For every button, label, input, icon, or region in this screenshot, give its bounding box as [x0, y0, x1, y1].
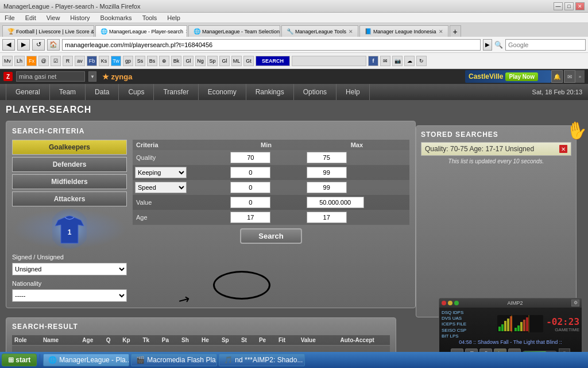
more-button[interactable]: »	[575, 70, 585, 83]
tab-team-selection[interactable]: 🌐 ManagerLeague - Team Selection ✕	[188, 25, 280, 37]
nav-options[interactable]: Options	[294, 84, 336, 100]
tab-player-search[interactable]: 🌐 ManagerLeague - Player-search ✕	[95, 25, 187, 37]
stored-item-label: Quality: 70-75 Age: 17-17 Unsigned	[425, 145, 534, 153]
speed-skill-select[interactable]: Speed Stamina	[135, 182, 187, 193]
toolbar-search-btn[interactable]: SEARCH	[256, 56, 290, 66]
menu-file[interactable]: File	[2, 14, 17, 21]
aimp-close-dot[interactable]	[442, 301, 446, 305]
toolbar-cloud-icon[interactable]: ☁	[404, 56, 415, 66]
forward-button[interactable]: ▶	[17, 39, 30, 51]
toolbar-icon-bs[interactable]: Bs	[147, 56, 157, 66]
toolbar-icon-ks[interactable]: Ks	[99, 56, 109, 66]
browser-window-controls[interactable]: — □ ✕	[554, 2, 585, 10]
notification-bell-icon[interactable]: 🔔	[551, 70, 563, 83]
toolbar-icon-gp[interactable]: gp	[123, 56, 133, 66]
goalkeepers-button[interactable]: Goalkeepers	[12, 140, 127, 155]
keeping-skill-select[interactable]: Keeping Tackling Passing	[135, 167, 187, 178]
castleville-play-button[interactable]: Play Now	[505, 72, 537, 81]
tab-indonesia[interactable]: 📘 Manager League Indonesia ✕	[359, 25, 448, 37]
keeping-min-input[interactable]	[230, 167, 270, 178]
menu-help[interactable]: Help	[165, 14, 183, 21]
list-item[interactable]: Quality: 70-75 Age: 17-17 Unsigned ✕	[421, 142, 571, 156]
browser-search-input[interactable]	[505, 39, 586, 51]
toolbar-icon-task[interactable]: ☑	[51, 56, 61, 66]
age-min-input[interactable]	[230, 212, 270, 223]
keeping-max-input[interactable]	[307, 167, 347, 178]
value-min-input[interactable]	[230, 197, 270, 208]
speed-min-input[interactable]	[230, 182, 270, 193]
toolbar-mail-icon[interactable]: ✉	[380, 56, 390, 66]
nav-cups[interactable]: Cups	[119, 84, 154, 100]
toolbar-icon-fx[interactable]: Fx	[26, 56, 37, 66]
start-button[interactable]: ⊞ start	[2, 354, 37, 366]
stored-item-close-button[interactable]: ✕	[559, 145, 567, 153]
toolbar-camera-icon[interactable]: 📷	[392, 56, 403, 66]
tab-football[interactable]: 🏆 Football | Livescore | Live Score & Ma…	[2, 25, 94, 37]
reload-button[interactable]: ↺	[32, 39, 45, 51]
value-max-input[interactable]	[307, 197, 364, 208]
nav-general[interactable]: General	[6, 84, 50, 100]
nav-rankings[interactable]: Rankings	[246, 84, 294, 100]
defenders-button[interactable]: Defenders	[12, 157, 127, 172]
toolbar-icon-dots[interactable]: ⊕	[159, 56, 169, 66]
nav-team[interactable]: Team	[50, 84, 86, 100]
toolbar-icon-sp[interactable]: Sp	[207, 56, 218, 66]
close-button[interactable]: ✕	[575, 2, 585, 10]
toolbar-icon-ss[interactable]: Ss	[135, 56, 145, 66]
toolbar-icon-fb[interactable]: Fb	[87, 56, 97, 66]
maximize-button[interactable]: □	[564, 2, 574, 10]
home-button[interactable]: 🏠	[47, 39, 60, 51]
toolbar-icon-r[interactable]: R	[63, 56, 73, 66]
toolbar-icon-1[interactable]: Mv	[2, 56, 13, 66]
go-button[interactable]: ▶	[483, 39, 492, 51]
midfielders-button[interactable]: Midfielders	[12, 174, 127, 189]
toolbar-search-input[interactable]	[292, 56, 366, 66]
attackers-button[interactable]: Attackers	[12, 191, 127, 206]
back-button[interactable]: ◀	[2, 39, 15, 51]
address-input[interactable]	[62, 39, 481, 51]
search-button[interactable]: Search	[240, 228, 301, 244]
menu-tools[interactable]: Tools	[140, 14, 160, 21]
new-tab-button[interactable]: +	[450, 25, 461, 37]
zynga-text-input[interactable]	[16, 71, 85, 82]
age-max-input[interactable]	[307, 212, 347, 223]
toolbar-facebook-icon[interactable]: f	[368, 56, 378, 66]
nav-transfer[interactable]: Transfer	[154, 84, 198, 100]
taskbar-item-aimp[interactable]: 🎵 nd ***AIMP2: Shado...	[219, 354, 305, 366]
quality-max-input[interactable]	[307, 152, 347, 163]
nav-data[interactable]: Data	[86, 84, 119, 100]
toolbar-icon-gl[interactable]: Gl	[183, 56, 194, 66]
nationality-select[interactable]: -----	[12, 289, 127, 302]
tab-close-player-search[interactable]: ✕	[185, 29, 187, 34]
aimp-minimize-dot[interactable]	[448, 301, 452, 305]
toolbar-icon-lh[interactable]: Lh	[14, 56, 25, 66]
toolbar-icon-gt[interactable]: Gt	[243, 56, 254, 66]
menu-bookmarks[interactable]: Bookmarks	[98, 14, 134, 21]
mail-button[interactable]: ✉	[564, 70, 575, 83]
taskbar-item-flash[interactable]: 🎬 Macromedia Flash Pla...	[131, 354, 217, 366]
toolbar-icon-av[interactable]: av	[75, 56, 85, 66]
tab-close-indonesia[interactable]: ✕	[439, 29, 443, 34]
zynga-dropdown-button[interactable]: ▼	[88, 71, 96, 82]
tab-close-tools[interactable]: ✕	[349, 29, 353, 34]
quality-min-input[interactable]	[230, 152, 270, 163]
nav-economy[interactable]: Economy	[199, 84, 246, 100]
taskbar-item-managleague[interactable]: 🌐 ManagerLeague - Pla...	[43, 354, 129, 366]
toolbar-icon-at[interactable]: @	[38, 56, 49, 66]
toolbar-icon-bk[interactable]: Bk	[171, 56, 181, 66]
toolbar-icon-ng[interactable]: Ng	[195, 56, 206, 66]
menu-view[interactable]: View	[44, 14, 63, 21]
menu-history[interactable]: History	[68, 14, 92, 21]
aimp-maximize-dot[interactable]	[454, 301, 459, 305]
signed-unsigned-select[interactable]: Unsigned Signed Both	[12, 263, 127, 275]
nav-help[interactable]: Help	[336, 84, 370, 100]
toolbar-icon-gl2[interactable]: Gl	[219, 56, 230, 66]
toolbar-icon-tw[interactable]: Tw	[111, 56, 121, 66]
aimp-settings-button[interactable]: ⚙	[571, 300, 579, 306]
speed-max-input[interactable]	[307, 182, 347, 193]
tab-tools[interactable]: 🔧 ManagerLeague Tools ✕	[281, 25, 358, 37]
toolbar-icon-ml[interactable]: ML	[231, 56, 242, 66]
menu-edit[interactable]: Edit	[23, 14, 38, 21]
toolbar-refresh-icon[interactable]: ↻	[416, 56, 427, 66]
minimize-button[interactable]: —	[554, 2, 563, 10]
